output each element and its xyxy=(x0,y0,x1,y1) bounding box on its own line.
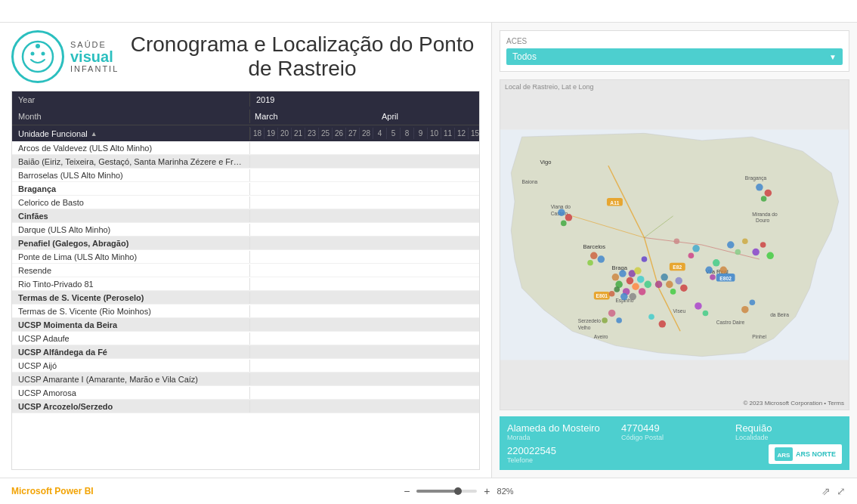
table-row[interactable]: Resende xyxy=(12,264,479,277)
svg-text:Barcelos: Barcelos xyxy=(583,243,606,250)
svg-point-61 xyxy=(713,259,720,267)
table-row[interactable]: UCSP Aijó xyxy=(12,359,479,373)
svg-point-76 xyxy=(742,238,748,244)
svg-point-79 xyxy=(766,252,774,260)
svg-point-71 xyxy=(688,252,695,258)
table-row[interactable]: UCSP Alfândega da Fé xyxy=(12,345,479,359)
info-section: Alameda do Mosteiro Morada 4770449 Códig… xyxy=(500,416,849,470)
aces-label: ACES xyxy=(506,37,843,45)
table-row[interactable]: UCSP Moimenta da Beira xyxy=(12,318,479,332)
aces-value: Todos xyxy=(512,51,537,62)
march-date-cell: 19 xyxy=(264,128,277,139)
table-row[interactable]: Termas de S. Vicente (Peroselo) xyxy=(12,291,479,305)
svg-point-40 xyxy=(632,283,639,290)
svg-point-57 xyxy=(670,289,676,295)
map-copyright: © 2023 Microsoft Corporation • Terms xyxy=(744,400,845,407)
svg-point-70 xyxy=(642,256,648,262)
table-headers: Year 2019 Month March April U xyxy=(12,91,479,141)
top-bar xyxy=(0,0,857,23)
march-date-cell: 26 xyxy=(332,128,345,139)
aces-dropdown[interactable]: Todos ▼ xyxy=(506,48,843,65)
svg-point-85 xyxy=(741,306,749,314)
logo-face-svg xyxy=(21,40,54,73)
svg-point-43 xyxy=(612,274,620,281)
row-label: UCSP Alfândega da Fé xyxy=(12,346,250,358)
logo-area: SAÚDE visual INFANTIL xyxy=(11,30,110,83)
row-label: Baião (Eiriz, Teixeira, Gestaçó, Santa M… xyxy=(12,156,250,168)
phone-field: 220022545 Telefone xyxy=(507,445,608,464)
march-date-cell: 18 xyxy=(250,128,264,139)
powerbi-link[interactable]: Microsoft Power BI xyxy=(11,486,94,496)
svg-point-82 xyxy=(602,317,608,323)
fullscreen-icon[interactable]: ⤢ xyxy=(837,485,846,497)
row-label: UCSP Amarante I (Amarante, Marão e Vila … xyxy=(12,373,250,385)
svg-point-3 xyxy=(36,44,40,48)
svg-text:Vigo: Vigo xyxy=(540,159,551,165)
zoom-controls: − + 82% xyxy=(401,485,513,497)
address-label: Morada xyxy=(507,434,614,441)
share-icon[interactable]: ⇗ xyxy=(821,485,831,497)
svg-point-63 xyxy=(710,274,716,280)
svg-text:Douro: Douro xyxy=(756,218,769,223)
year-row: Year 2019 xyxy=(12,91,479,108)
svg-point-67 xyxy=(590,252,598,260)
table-row[interactable]: Cinfães xyxy=(12,209,479,223)
svg-text:Braga: Braga xyxy=(612,264,628,271)
svg-point-47 xyxy=(644,281,651,289)
svg-text:Velho: Velho xyxy=(578,325,591,330)
zoom-plus-button[interactable]: + xyxy=(481,485,492,497)
table-row[interactable]: Bragança xyxy=(12,182,479,196)
svg-text:Bragança: Bragança xyxy=(745,175,767,181)
svg-point-53 xyxy=(561,221,567,227)
table-row[interactable]: Barroselas (ULS Alto Minho) xyxy=(12,169,479,182)
svg-text:Serzedelo: Serzedelo xyxy=(578,318,601,323)
row-label: Darque (ULS Alto Minho) xyxy=(12,224,250,236)
svg-point-58 xyxy=(675,277,682,285)
table-row[interactable]: Arcos de Valdevez (ULS Alto Minho) xyxy=(12,141,479,155)
svg-point-86 xyxy=(750,299,756,305)
month-dates-container: March April xyxy=(250,110,479,122)
phone-value: 220022545 xyxy=(507,445,608,456)
table-row[interactable]: UCSP Arcozelo/Serzedo xyxy=(12,400,479,413)
april-date-cell: 8 xyxy=(400,128,413,139)
map-label: Local de Rastreio, Lat e Long xyxy=(505,83,594,91)
table-row[interactable]: Baião (Eiriz, Teixeira, Gestaçó, Santa M… xyxy=(12,155,479,169)
table-row[interactable]: UCSP Amorosa xyxy=(12,386,479,400)
svg-point-50 xyxy=(609,291,615,297)
logo-visual: visual xyxy=(70,49,119,64)
dates-container: 181920212325262728458910111215 xyxy=(250,128,480,139)
row-label: Penafiel (Galegos, Abragão) xyxy=(12,237,250,249)
svg-text:A11: A11 xyxy=(610,200,620,206)
row-label: Termas de S. Vicente (Peroselo) xyxy=(12,292,250,304)
table-row[interactable]: UCSP Amarante I (Amarante, Marão e Vila … xyxy=(12,373,479,386)
page-title: Cronograma e Localização do Ponto de Ras… xyxy=(125,32,480,81)
row-label: Bragança xyxy=(12,183,250,195)
table-row[interactable]: Termas de S. Vicente (Rio Moinhos) xyxy=(12,305,479,318)
svg-text:Castro Daire: Castro Daire xyxy=(716,320,745,325)
zoom-slider-fill xyxy=(416,490,456,493)
row-label: Cinfães xyxy=(12,210,250,222)
left-panel: SAÚDE visual INFANTIL Cronograma e Local… xyxy=(0,23,491,478)
march-label: March xyxy=(250,110,377,122)
chevron-down-icon: ▼ xyxy=(829,53,837,61)
table-row[interactable]: Penafiel (Galegos, Abragão) xyxy=(12,237,479,250)
row-label: Arcos de Valdevez (ULS Alto Minho) xyxy=(12,142,250,154)
address-field: Alameda do Mosteiro Morada xyxy=(507,422,614,441)
logo-text: SAÚDE visual INFANTIL xyxy=(70,40,119,73)
main-container: SAÚDE visual INFANTIL Cronograma e Local… xyxy=(0,0,857,504)
zoom-slider-thumb xyxy=(454,487,462,495)
table-row[interactable]: Rio Tinto-Privado 81 xyxy=(12,277,479,291)
row-label: Rio Tinto-Privado 81 xyxy=(12,278,250,290)
table-row[interactable]: Ponte de Lima (ULS Alto Minho) xyxy=(12,250,479,264)
march-date-cell: 27 xyxy=(345,128,359,139)
svg-text:da Beira: da Beira xyxy=(770,312,789,317)
table-row[interactable]: Celorico de Basto xyxy=(12,196,479,209)
table-row[interactable]: UCSP Adaufe xyxy=(12,332,479,345)
map-section[interactable]: Local de Rastreio, Lat e Long xyxy=(500,79,849,410)
march-date-cell: 23 xyxy=(305,128,318,139)
map-svg: A11 E82 E802 E801 Vigo Baiona Viana do C… xyxy=(500,80,849,410)
locality-field: Requião Localidade xyxy=(735,422,842,441)
zoom-minus-button[interactable]: − xyxy=(401,485,412,497)
zoom-slider[interactable] xyxy=(416,490,477,493)
table-row[interactable]: Darque (ULS Alto Minho) xyxy=(12,223,479,237)
